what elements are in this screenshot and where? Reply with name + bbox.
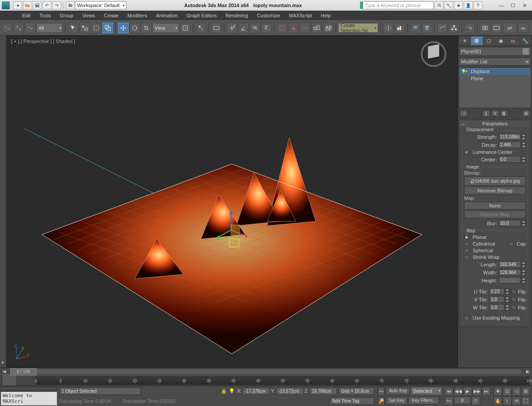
center-spinner[interactable]: ▴▾ [499, 156, 526, 163]
named-selection-dropdown[interactable]: Create Selection Se [338, 23, 378, 33]
angle-snap-icon[interactable] [238, 23, 249, 33]
map-cylindrical-radio[interactable] [464, 242, 469, 246]
vtile-spinner[interactable]: ▴▾ [489, 296, 509, 303]
align-tool-icon[interactable] [395, 23, 405, 33]
align-icon[interactable] [311, 23, 322, 33]
menu-rendering[interactable]: Rendering [221, 12, 253, 20]
info-button-1[interactable]: 끠 [434, 1, 443, 9]
select-rotate-icon[interactable] [129, 23, 140, 33]
close-button[interactable]: ✕ [519, 1, 530, 9]
select-manipulate-icon[interactable] [196, 23, 206, 33]
select-move-icon[interactable] [118, 23, 129, 33]
bind-space-warp-icon[interactable] [25, 23, 35, 33]
use-existing-checkbox[interactable] [464, 316, 469, 320]
favorites-button[interactable]: ★ [454, 1, 463, 9]
select-by-name-icon[interactable] [79, 23, 90, 33]
strength-spinner[interactable]: ▴▾ [499, 133, 526, 140]
walk-icon[interactable]: 🚶 [503, 397, 512, 406]
stack-make-unique-icon[interactable]: ∀ [491, 110, 499, 117]
stack-pin-icon[interactable]: ⊣ [460, 110, 468, 117]
vflip-checkbox[interactable] [511, 297, 516, 302]
menu-modifiers[interactable]: Modifiers [123, 12, 152, 20]
map-shrink-radio[interactable] [464, 255, 469, 260]
maxscript-listener[interactable]: Welcome to MAXScri [0, 391, 57, 406]
layers-icon[interactable] [410, 23, 421, 33]
map-spherical-radio[interactable] [464, 248, 469, 253]
menu-tools[interactable]: Tools [35, 12, 55, 20]
tab-display[interactable]: ▭ [507, 36, 519, 45]
snap-toggle-3-icon[interactable] [288, 23, 299, 33]
tab-hierarchy[interactable]: ⬡ [483, 36, 495, 45]
goto-start-icon[interactable]: ⏮ [445, 387, 454, 396]
key-selected-dropdown[interactable]: Selected [411, 387, 442, 395]
workspace-selector[interactable]: Workspace: Default [75, 1, 126, 9]
maximize-button[interactable]: ☐ [507, 1, 519, 9]
select-object-icon[interactable] [68, 23, 78, 33]
modifier-stack[interactable]: 💡▸Displace Plane [459, 67, 531, 108]
next-frame-icon[interactable]: ▶▶ [473, 387, 481, 396]
new-button[interactable]: ▾ [13, 1, 22, 9]
select-scale-icon[interactable] [141, 23, 152, 33]
width-spinner[interactable]: ▴▾ [499, 269, 526, 276]
key-step-icon[interactable]: 🗝 [445, 397, 454, 406]
map-planar-radio[interactable] [464, 235, 469, 240]
pan-view-icon[interactable]: ✥ [493, 387, 502, 396]
key-filters-button[interactable]: Key Filters... [408, 397, 439, 405]
prev-frame-icon[interactable]: ◀◀ [454, 387, 463, 396]
time-slider-track[interactable]: 0 / 100 [10, 369, 522, 375]
utile-spinner[interactable]: ▴▾ [489, 288, 509, 295]
layer-manager-icon[interactable] [422, 23, 432, 33]
zoom-extents-icon[interactable]: ⊞ [521, 387, 530, 396]
menu-graph-editors[interactable]: Graph Editors [182, 12, 221, 20]
decay-spinner[interactable]: ▴▾ [499, 141, 526, 148]
menu-customize[interactable]: Customize [253, 12, 285, 20]
zoom-region-icon[interactable]: ⊡ [503, 387, 512, 396]
goto-end-icon[interactable]: ⏭ [482, 387, 491, 396]
luminance-center-checkbox[interactable]: ✓ [464, 150, 469, 155]
keyboard-shortcut-icon[interactable] [211, 23, 222, 33]
y-coord-field[interactable]: -13.572cm [276, 387, 304, 395]
help-button[interactable]: ? [473, 1, 482, 9]
link-icon[interactable] [2, 23, 12, 33]
window-crossing-icon[interactable] [102, 23, 113, 33]
pan-icon[interactable]: ✋ [493, 397, 502, 406]
remove-map-button[interactable]: Remove Map [464, 211, 526, 219]
blur-spinner[interactable]: ▴▾ [499, 220, 526, 226]
auto-key-button[interactable]: Auto Key [386, 387, 410, 395]
stack-configure-icon[interactable]: ⊞ [522, 110, 530, 117]
selection-filter-dropdown[interactable]: All [36, 23, 63, 33]
menu-edit[interactable]: Edit [18, 12, 35, 20]
fov-icon[interactable]: ◁ [512, 387, 521, 396]
x-coord-field[interactable]: -17.376cm [243, 387, 270, 395]
menu-maxscript[interactable]: MAXScript [285, 12, 317, 20]
material-editor-icon[interactable] [464, 23, 475, 33]
render-last-icon[interactable] [518, 23, 528, 33]
menu-group[interactable]: Group [55, 12, 78, 20]
mirror-icon[interactable] [300, 23, 310, 33]
lock-icon[interactable]: 🔒 [221, 388, 227, 394]
set-key-button[interactable]: Set Key [386, 397, 407, 405]
menu-create[interactable]: Create [99, 12, 123, 20]
stack-show-end-icon[interactable]: ‖ [482, 110, 490, 117]
snap-2d-icon[interactable]: 2 [227, 23, 237, 33]
sign-in-button[interactable]: 👤 [464, 1, 473, 9]
minimize-button[interactable]: — [496, 1, 507, 9]
object-color-swatch[interactable] [523, 48, 529, 55]
bitmap-path-button[interactable]: 긠\04096 sun alpha.jpg [464, 176, 526, 186]
left-rail-expand-icon[interactable]: ▶ [1, 360, 5, 365]
rectangle-select-icon[interactable] [91, 23, 102, 33]
render-production-icon[interactable] [503, 23, 517, 33]
render-frame-icon[interactable] [491, 23, 502, 33]
time-ruler-track[interactable]: 0510152025303540455055606570758085909510… [35, 377, 530, 385]
stack-remove-icon[interactable]: 🗑 [500, 110, 508, 117]
save-button[interactable] [33, 1, 42, 9]
object-name-field[interactable]: Plane001 [459, 47, 531, 56]
uflip-checkbox[interactable] [511, 289, 516, 294]
spinner-snap-icon[interactable]: 3 [261, 23, 272, 33]
remove-bitmap-button[interactable]: Remove Bitmap [464, 187, 526, 195]
key-safe-icon[interactable]: 🔑 [378, 397, 385, 406]
mirror-tool-icon[interactable] [383, 23, 394, 33]
edit-named-selection-icon[interactable] [277, 23, 287, 33]
add-time-tag-field[interactable]: Add Time Tag [330, 397, 374, 405]
undo-button[interactable]: ↶ [43, 1, 51, 9]
